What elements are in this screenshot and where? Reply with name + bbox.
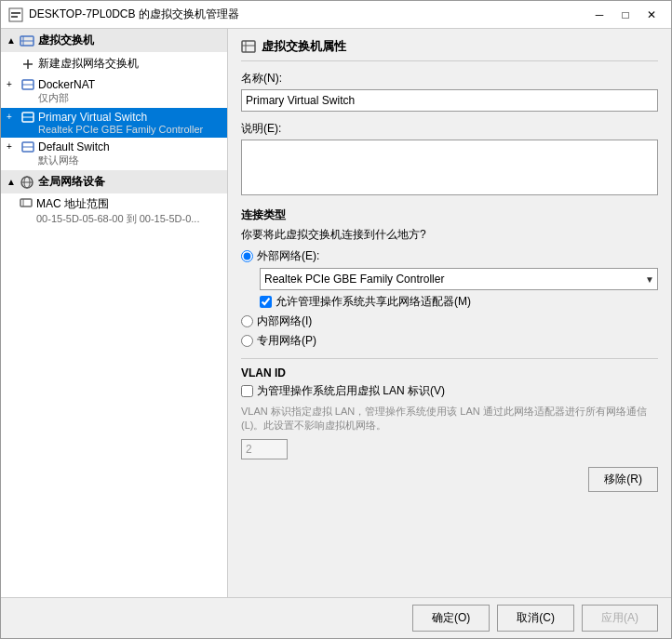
switch-icon <box>21 140 34 153</box>
right-panel: 虚拟交换机属性 名称(N): 说明(E): 连接类型 你要将此虚拟交换机连接到什… <box>228 29 671 597</box>
default-switch-item[interactable]: + Default Switch 默认网络 <box>1 138 227 170</box>
desc-label: 说明(E): <box>241 121 658 137</box>
adapter-dropdown-wrapper: Realtek PCIe GBE Family Controller ▼ <box>260 268 658 290</box>
connection-type-title: 连接类型 <box>241 207 658 223</box>
remove-button[interactable]: 移除(R) <box>588 467 658 492</box>
share-checkbox-item: 允许管理操作系统共享此网络适配器(M) <box>260 294 658 310</box>
apply-button[interactable]: 应用(A) <box>582 605 658 632</box>
panel-header-label: 虚拟交换机属性 <box>262 38 346 55</box>
vlan-checkbox[interactable] <box>241 385 253 397</box>
desc-input[interactable] <box>241 140 658 195</box>
vlan-section: VLAN ID 为管理操作系统启用虚拟 LAN 标识(V) VLAN 标识指定虚… <box>241 358 658 459</box>
title-bar: DESKTOP-7PL0DCB 的虚拟交换机管理器 ─ □ ✕ <box>1 1 671 29</box>
dockernat-text: DockerNAT 仅内部 <box>38 78 95 105</box>
close-button[interactable]: ✕ <box>639 6 664 24</box>
primary-switch-item[interactable]: + Primary Virtual Switch Realtek PCIe GB… <box>1 108 227 138</box>
desc-field-group: 说明(E): <box>241 121 658 198</box>
share-checkbox[interactable] <box>260 296 272 308</box>
add-new-label: 新建虚拟网络交换机 <box>38 56 139 72</box>
vlan-checkbox-row: 为管理操作系统启用虚拟 LAN 标识(V) <box>241 383 658 399</box>
radio-private[interactable] <box>241 335 253 347</box>
radio-internal[interactable] <box>241 315 253 327</box>
vlan-title: VLAN ID <box>241 366 658 379</box>
virtual-switches-label: 虚拟交换机 <box>38 33 94 48</box>
expand-icon: + <box>7 141 18 152</box>
connection-type-subtitle: 你要将此虚拟交换机连接到什么地方? <box>241 227 658 243</box>
maximize-button[interactable]: □ <box>613 6 638 24</box>
vlan-checkbox-label[interactable]: 为管理操作系统启用虚拟 LAN 标识(V) <box>257 383 445 399</box>
switch-icon <box>21 78 34 91</box>
radio-external-label[interactable]: 外部网络(E): <box>257 248 319 264</box>
global-network-section-icon <box>20 175 34 190</box>
main-window: DESKTOP-7PL0DCB 的虚拟交换机管理器 ─ □ ✕ ▲ 虚拟交换机 <box>0 0 672 639</box>
svg-rect-2 <box>11 16 18 18</box>
radio-internal-label[interactable]: 内部网络(I) <box>257 313 312 329</box>
panel-header-icon <box>241 39 256 54</box>
vlan-input <box>241 439 288 459</box>
minimize-button[interactable]: ─ <box>587 6 612 24</box>
dockernat-item[interactable]: + DockerNAT 仅内部 <box>1 75 227 108</box>
svg-rect-0 <box>9 8 22 21</box>
mac-range-text: MAC 地址范围 00-15-5D-05-68-00 到 00-15-5D-0.… <box>36 196 199 226</box>
virtual-switch-section-icon <box>20 33 34 48</box>
global-network-section-header[interactable]: ▲ 全局网络设备 <box>1 170 227 193</box>
name-label: 名称(N): <box>241 71 658 87</box>
connection-type-group: 连接类型 你要将此虚拟交换机连接到什么地方? 外部网络(E): Realtek … <box>241 207 658 349</box>
remove-btn-row: 移除(R) <box>241 467 658 492</box>
add-icon <box>21 58 34 71</box>
svg-rect-1 <box>11 12 20 14</box>
collapse-arrow-global-icon: ▲ <box>7 177 16 187</box>
mac-icon <box>20 196 33 209</box>
collapse-arrow-icon: ▲ <box>7 35 16 46</box>
expand-icon: + <box>7 112 18 122</box>
radio-internal-item: 内部网络(I) <box>241 313 658 329</box>
add-new-switch-item[interactable]: 新建虚拟网络交换机 <box>1 52 227 75</box>
share-checkbox-label[interactable]: 允许管理操作系统共享此网络适配器(M) <box>276 294 471 310</box>
ok-button[interactable]: 确定(O) <box>412 605 490 632</box>
expand-icon: + <box>7 79 18 89</box>
name-input[interactable] <box>241 89 658 112</box>
svg-rect-17 <box>20 199 32 206</box>
window-icon <box>8 7 23 22</box>
main-content: ▲ 虚拟交换机 新建虚拟网络交换机 + <box>1 29 671 597</box>
svg-rect-19 <box>242 41 255 52</box>
adapter-dropdown[interactable]: Realtek PCIe GBE Family Controller <box>260 268 658 290</box>
radio-private-label[interactable]: 专用网络(P) <box>257 333 316 349</box>
radio-external[interactable] <box>241 250 253 262</box>
radio-group: 外部网络(E): Realtek PCIe GBE Family Control… <box>241 248 658 349</box>
mac-range-item[interactable]: MAC 地址范围 00-15-5D-05-68-00 到 00-15-5D-0.… <box>1 193 227 229</box>
window-title: DESKTOP-7PL0DCB 的虚拟交换机管理器 <box>29 7 587 22</box>
global-network-label: 全局网络设备 <box>38 174 105 190</box>
radio-external-item: 外部网络(E): <box>241 248 658 264</box>
vlan-desc: VLAN 标识指定虚拟 LAN，管理操作系统使用该 LAN 通过此网络适配器进行… <box>241 405 658 433</box>
primary-switch-text: Primary Virtual Switch Realtek PCIe GBE … <box>38 111 203 135</box>
panel-header: 虚拟交换机属性 <box>241 38 658 61</box>
radio-private-item: 专用网络(P) <box>241 333 658 349</box>
virtual-switches-section-header[interactable]: ▲ 虚拟交换机 <box>1 29 227 52</box>
window-controls: ─ □ ✕ <box>587 6 664 24</box>
left-panel: ▲ 虚拟交换机 新建虚拟网络交换机 + <box>1 29 228 597</box>
bottom-bar: 确定(O) 取消(C) 应用(A) <box>1 597 671 638</box>
name-field-group: 名称(N): <box>241 71 658 112</box>
default-switch-text: Default Switch 默认网络 <box>38 140 110 167</box>
cancel-button[interactable]: 取消(C) <box>497 605 574 632</box>
switch-icon <box>21 111 34 124</box>
